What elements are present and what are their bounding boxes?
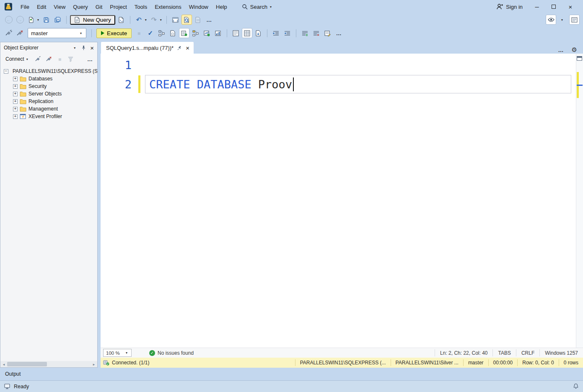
search-control[interactable]: Search	[238, 2, 276, 12]
toolbar-right-dropdown[interactable]	[557, 15, 568, 25]
menu-view[interactable]: View	[50, 2, 69, 12]
menu-edit[interactable]: Edit	[33, 2, 50, 12]
estimated-plan-button[interactable]	[156, 28, 167, 38]
vertical-scrollbar[interactable]	[576, 54, 583, 348]
expand-icon[interactable]	[13, 99, 18, 104]
minimize-button[interactable]	[529, 1, 545, 13]
parse-button[interactable]	[145, 28, 155, 38]
connect-dropdown[interactable]: Connect	[3, 55, 32, 63]
oe-disconnect-button[interactable]	[44, 54, 54, 64]
save-button[interactable]	[41, 15, 52, 25]
increase-indent-button[interactable]	[282, 28, 293, 38]
horizontal-scrollbar[interactable]	[0, 361, 97, 367]
menu-tools[interactable]: Tools	[131, 2, 151, 12]
intellisense-toggle-button[interactable]	[179, 28, 189, 38]
menu-git[interactable]: Git	[92, 2, 106, 12]
expand-icon[interactable]	[13, 107, 18, 111]
include-actual-plan-button[interactable]	[190, 28, 201, 38]
tree-node-replication[interactable]: Replication	[0, 98, 97, 105]
client-stats-button[interactable]	[213, 28, 223, 38]
live-query-stats-button[interactable]	[202, 28, 212, 38]
scrollbar-track[interactable]	[7, 361, 91, 367]
new-item-button[interactable]	[26, 15, 36, 25]
chevron-down-icon[interactable]	[37, 18, 40, 22]
scroll-left-icon[interactable]	[0, 362, 7, 366]
undo-button[interactable]	[134, 15, 144, 25]
caret-position-status[interactable]: Ln: 2, Ch: 22, Col: 40	[435, 349, 492, 356]
tab-overflow-icon[interactable]	[558, 47, 564, 53]
available-databases-combobox[interactable]: master	[28, 28, 86, 38]
tree-node-server[interactable]: PARALLELSWIN11\SQLEXPRESS (SQ	[0, 67, 97, 75]
query-tab[interactable]: SQLQuery1.s...mpalu (77))*	[101, 42, 194, 54]
expand-icon[interactable]	[13, 77, 18, 81]
redo-button[interactable]	[149, 15, 159, 25]
code-editor[interactable]: 1 2 CREATE DATABASE Proov	[101, 54, 583, 348]
bell-icon[interactable]	[573, 383, 579, 389]
save-all-button[interactable]	[52, 15, 63, 25]
chevron-down-icon[interactable]	[74, 46, 77, 50]
tree-node-server-objects[interactable]: Server Objects	[0, 90, 97, 98]
chevron-down-icon[interactable]	[160, 18, 163, 22]
tree-node-databases[interactable]: Databases	[0, 75, 97, 83]
output-tab[interactable]: Output	[5, 371, 21, 377]
chevron-down-icon[interactable]	[145, 18, 148, 22]
object-explorer-header[interactable]: Object Explorer	[0, 42, 97, 53]
oe-overflow-button[interactable]	[86, 54, 95, 64]
activity-monitor-button[interactable]	[170, 15, 181, 25]
cancel-query-button[interactable]	[134, 28, 144, 38]
query-options-button[interactable]	[168, 28, 178, 38]
uncomment-button[interactable]	[311, 28, 321, 38]
preview-button[interactable]	[546, 15, 556, 25]
expand-icon[interactable]	[13, 92, 18, 96]
expand-icon[interactable]	[13, 84, 18, 89]
close-icon[interactable]	[90, 44, 94, 52]
query-toolbar-overflow-button[interactable]	[334, 28, 344, 38]
menu-query[interactable]: Query	[69, 2, 91, 12]
template-parameters-button[interactable]	[322, 28, 333, 38]
task-list-button[interactable]	[569, 15, 580, 25]
oe-stop-button[interactable]	[55, 54, 65, 64]
tree-node-management[interactable]: Management	[0, 105, 97, 113]
encoding-status[interactable]: Windows 1257	[539, 349, 583, 356]
change-connection-button[interactable]	[15, 28, 25, 38]
pin-icon[interactable]	[81, 45, 86, 50]
results-to-grid-button[interactable]	[242, 28, 252, 38]
decrease-indent-button[interactable]	[271, 28, 281, 38]
tree-node-xevent-profiler[interactable]: XEvent Profiler	[0, 113, 97, 120]
menu-help[interactable]: Help	[212, 2, 231, 12]
navigate-forward-button[interactable]: →	[15, 15, 25, 25]
tree-node-security[interactable]: Security	[0, 83, 97, 90]
maximize-button[interactable]	[545, 1, 562, 13]
menu-extensions[interactable]: Extensions	[151, 2, 185, 12]
menu-file[interactable]: File	[17, 2, 33, 12]
execute-button[interactable]: Execute	[96, 28, 132, 38]
navigate-back-button[interactable]: ←	[3, 15, 14, 25]
find-button[interactable]	[181, 15, 192, 25]
close-icon[interactable]	[186, 44, 189, 52]
scrollbar-thumb[interactable]	[7, 362, 47, 366]
results-to-file-button[interactable]	[253, 28, 264, 38]
comment-button[interactable]	[300, 28, 310, 38]
pin-icon[interactable]	[177, 46, 182, 50]
expand-icon[interactable]	[13, 114, 18, 119]
menu-window[interactable]: Window	[185, 2, 212, 12]
oe-filter-button[interactable]	[66, 54, 75, 64]
properties-window-button[interactable]	[193, 15, 203, 25]
menu-project[interactable]: Project	[106, 2, 130, 12]
line-ending-status[interactable]: CRLF	[516, 349, 539, 356]
tabs-mode-status[interactable]: TABS	[492, 349, 516, 356]
connect-button[interactable]	[3, 28, 14, 38]
open-query-button[interactable]	[116, 15, 127, 25]
code-line-1[interactable]: 1	[101, 55, 583, 75]
close-button[interactable]	[562, 1, 579, 13]
sign-in-button[interactable]: Sign in	[496, 3, 523, 10]
code-line-2[interactable]: 2 CREATE DATABASE Proov	[101, 75, 583, 94]
toolbar-overflow-button[interactable]	[204, 15, 215, 25]
results-to-text-button[interactable]	[231, 28, 241, 38]
gear-icon[interactable]	[572, 46, 577, 54]
new-query-button[interactable]: New Query	[70, 15, 115, 25]
oe-connect-button[interactable]	[34, 54, 43, 64]
issues-indicator[interactable]: No issues found	[149, 350, 194, 356]
scroll-right-icon[interactable]	[91, 362, 97, 366]
zoom-combobox[interactable]: 100 %	[103, 349, 132, 357]
